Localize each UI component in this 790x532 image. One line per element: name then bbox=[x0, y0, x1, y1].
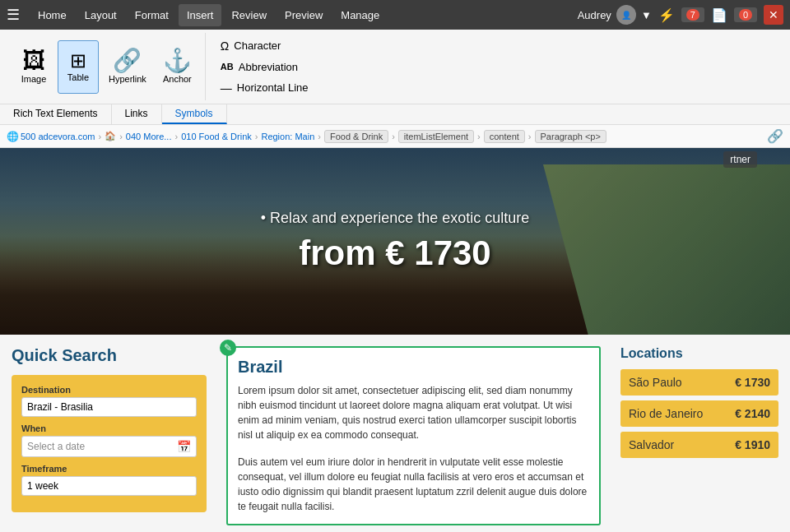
table-icon: ⊞ bbox=[70, 51, 86, 71]
text-area-box: ✎ Brazil Lorem ipsum dolor sit amet, con… bbox=[226, 346, 601, 525]
breadcrumb-food[interactable]: 010 Food & Drink bbox=[181, 132, 252, 141]
location-rio[interactable]: Rio de Janeiro € 2140 bbox=[620, 400, 778, 427]
breadcrumb-sep-6: › bbox=[392, 132, 395, 141]
hero-image: • Relax and experience the exotic cultur… bbox=[0, 148, 790, 335]
ribbon: 🖼 Image ⊞ Table 🔗 Hyperlink ⚓ Anchor bbox=[0, 30, 790, 125]
partner-badge: rtner bbox=[723, 151, 757, 168]
ribbon-anchor-btn[interactable]: ⚓ Anchor bbox=[156, 40, 198, 94]
close-button[interactable]: ✕ bbox=[764, 5, 783, 25]
user-info: Audrey 👤 ▼ bbox=[578, 5, 652, 25]
breadcrumb-sep-1: › bbox=[99, 132, 102, 141]
timeframe-field: Timeframe 1 week bbox=[21, 464, 197, 496]
hero-text: • Relax and experience the exotic cultur… bbox=[261, 210, 530, 273]
when-input[interactable]: Select a date 📅 bbox=[21, 436, 197, 457]
content-paragraph-1: Lorem ipsum dolor sit amet, consectetuer… bbox=[238, 383, 589, 442]
content-title: Brazil bbox=[238, 358, 589, 377]
avatar: 👤 bbox=[616, 5, 636, 25]
nav-layout[interactable]: Layout bbox=[77, 4, 125, 26]
loc-price-1: € 2140 bbox=[735, 407, 770, 420]
ribbon-horizontal-line-btn[interactable]: — Horizontal Line bbox=[217, 80, 312, 96]
nav-review[interactable]: Review bbox=[223, 4, 275, 26]
dropdown-icon[interactable]: ▼ bbox=[641, 9, 652, 21]
filter-icon: ⚡ bbox=[658, 7, 675, 23]
doc-icon: 📄 bbox=[711, 7, 727, 23]
hyperlink-label: Hyperlink bbox=[109, 74, 146, 84]
image-label: Image bbox=[21, 74, 47, 84]
ribbon-symbols-group: Ω Character AB Abbreviation — Horizontal… bbox=[207, 33, 322, 100]
ribbon-image-btn[interactable]: 🖼 Image bbox=[13, 40, 54, 94]
breadcrumb-040[interactable]: 040 More... bbox=[126, 132, 172, 141]
breadcrumb-sep-5: › bbox=[318, 132, 321, 141]
breadcrumb-home[interactable]: 🏠 bbox=[105, 131, 116, 141]
tab-symbols[interactable]: Symbols bbox=[162, 104, 227, 124]
location-salvador[interactable]: Salvador € 1910 bbox=[620, 432, 778, 458]
tab-links[interactable]: Links bbox=[112, 104, 162, 124]
loc-name-1: Rio de Janeiro bbox=[629, 407, 703, 420]
loc-name-2: Salvador bbox=[629, 438, 674, 451]
hamburger-icon[interactable]: ☰ bbox=[7, 6, 20, 24]
breadcrumb-itemlist[interactable]: itemListElement bbox=[398, 130, 474, 143]
doc-badge[interactable]: 0 bbox=[734, 7, 757, 22]
badge-count: 7 bbox=[686, 9, 699, 21]
ribbon-insert-group: 🖼 Image ⊞ Table 🔗 Hyperlink ⚓ Anchor bbox=[7, 33, 206, 100]
horizontal-line-label: Horizontal Line bbox=[237, 81, 309, 94]
breadcrumb-sep-8: › bbox=[528, 132, 532, 141]
ribbon-table-btn[interactable]: ⊞ Table bbox=[58, 40, 99, 94]
hero-bullet: • Relax and experience the exotic cultur… bbox=[261, 210, 530, 227]
character-label: Character bbox=[234, 39, 281, 52]
content-area: ✎ Brazil Lorem ipsum dolor sit amet, con… bbox=[218, 335, 609, 532]
ab-icon: AB bbox=[221, 62, 234, 72]
content-paragraph-2: Duis autem vel eum iriure dolor in hendr… bbox=[238, 455, 589, 514]
locations-title: Locations bbox=[620, 346, 778, 361]
nav-format[interactable]: Format bbox=[127, 4, 177, 26]
loc-price-0: € 1730 bbox=[735, 376, 770, 389]
nav-preview[interactable]: Preview bbox=[276, 4, 331, 26]
ribbon-hyperlink-btn[interactable]: 🔗 Hyperlink bbox=[102, 40, 153, 94]
breadcrumb-region[interactable]: Region: Main bbox=[261, 132, 314, 141]
breadcrumb: 🌐 500 adcevora.com › 🏠 › 040 More... › 0… bbox=[0, 125, 790, 148]
destination-select[interactable]: Brazil - Brasilia bbox=[21, 397, 197, 417]
breadcrumb-sep-7: › bbox=[477, 132, 481, 141]
timeframe-label: Timeframe bbox=[21, 464, 197, 474]
breadcrumb-paragraph[interactable]: Paragraph <p> bbox=[535, 130, 606, 143]
omega-icon: Ω bbox=[221, 39, 229, 53]
breadcrumb-content[interactable]: content bbox=[484, 130, 525, 143]
nav-manage[interactable]: Manage bbox=[332, 4, 388, 26]
destination-field: Destination Brazil - Brasilia bbox=[21, 385, 197, 417]
quick-search-title: Quick Search bbox=[12, 346, 207, 365]
locations-panel: Locations São Paulo € 1730 Rio de Janeir… bbox=[609, 335, 790, 532]
location-sao-paulo[interactable]: São Paulo € 1730 bbox=[620, 369, 778, 396]
when-field: When Select a date 📅 bbox=[21, 423, 197, 457]
breadcrumb-site[interactable]: 500 adcevora.com bbox=[21, 132, 95, 141]
horizontal-line-icon: — bbox=[221, 81, 232, 95]
anchor-label: Anchor bbox=[163, 74, 192, 84]
quick-search-panel: Quick Search Destination Brazil - Brasil… bbox=[0, 335, 218, 532]
quick-search-form: Destination Brazil - Brasilia When Selec… bbox=[12, 375, 207, 512]
destination-label: Destination bbox=[21, 385, 197, 395]
tab-rich-text[interactable]: Rich Text Elements bbox=[0, 104, 112, 124]
breadcrumb-sep-3: › bbox=[174, 132, 178, 141]
nav-home[interactable]: Home bbox=[30, 4, 75, 26]
doc-count: 0 bbox=[739, 9, 752, 21]
breadcrumb-sep-4: › bbox=[255, 132, 258, 141]
table-label: Table bbox=[67, 72, 89, 82]
timeframe-select[interactable]: 1 week bbox=[21, 476, 197, 496]
when-placeholder: Select a date bbox=[27, 441, 85, 452]
titlebar-right: Audrey 👤 ▼ ⚡ 7 📄 0 ✕ bbox=[578, 5, 783, 25]
ribbon-abbreviation-btn[interactable]: AB Abbreviation bbox=[217, 59, 312, 75]
title-bar: ☰ Home Layout Format Insert Review Previ… bbox=[0, 0, 790, 30]
breadcrumb-fooddrink[interactable]: Food & Drink bbox=[324, 130, 388, 143]
loc-price-2: € 1910 bbox=[735, 438, 770, 451]
ribbon-character-btn[interactable]: Ω Character bbox=[217, 38, 312, 54]
loc-name-0: São Paulo bbox=[629, 376, 682, 389]
image-icon: 🖼 bbox=[22, 49, 45, 72]
when-label: When bbox=[21, 423, 197, 433]
link-icon[interactable]: 🔗 bbox=[767, 128, 783, 144]
abbreviation-label: Abbreviation bbox=[239, 61, 298, 73]
ribbon-toolbar: 🖼 Image ⊞ Table 🔗 Hyperlink ⚓ Anchor bbox=[0, 30, 790, 104]
ribbon-items: 🖼 Image ⊞ Table 🔗 Hyperlink ⚓ Anchor bbox=[13, 36, 198, 97]
edit-icon[interactable]: ✎ bbox=[220, 340, 236, 356]
badge-button[interactable]: 7 bbox=[681, 7, 704, 22]
breadcrumb-sep-2: › bbox=[119, 132, 123, 141]
nav-insert[interactable]: Insert bbox=[179, 4, 222, 26]
